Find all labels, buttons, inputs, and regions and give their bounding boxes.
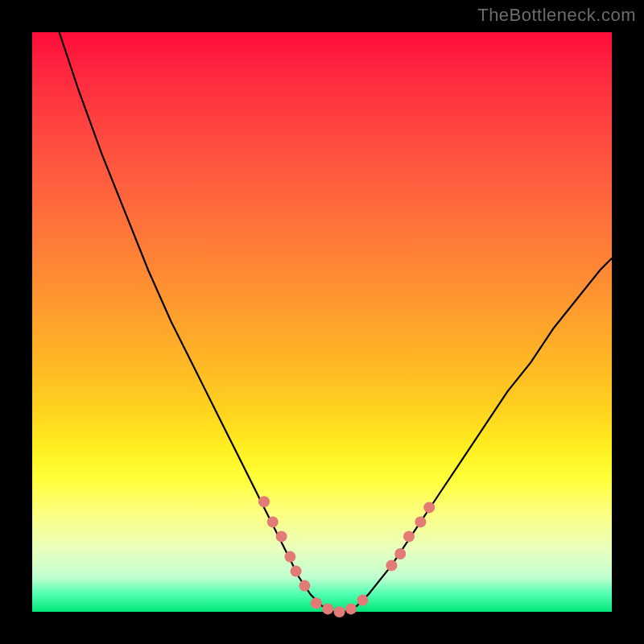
- marker-dot: [345, 603, 357, 614]
- marker-dot: [403, 530, 415, 542]
- marker-dot: [299, 580, 310, 592]
- watermark-text: TheBottleneck.com: [477, 5, 636, 26]
- marker-dot: [357, 595, 368, 606]
- marker-dot: [394, 548, 406, 559]
- marker-dot: [284, 551, 295, 563]
- marker-dot: [423, 502, 435, 513]
- marker-dot: [415, 516, 426, 527]
- marker-dot: [276, 530, 287, 542]
- marker-dot: [386, 559, 397, 571]
- curve-group: [32, 0, 612, 612]
- markers-group: [258, 496, 435, 617]
- marker-dot: [322, 603, 333, 614]
- marker-dot: [291, 566, 302, 577]
- marker-dot: [258, 496, 270, 507]
- chart-frame: TheBottleneck.com: [0, 0, 644, 644]
- plot-area: [32, 32, 612, 612]
- marker-dot: [334, 606, 345, 617]
- marker-dot: [311, 597, 322, 609]
- curve-svg: [32, 32, 612, 612]
- bottleneck-curve: [32, 0, 612, 612]
- marker-dot: [267, 516, 279, 527]
